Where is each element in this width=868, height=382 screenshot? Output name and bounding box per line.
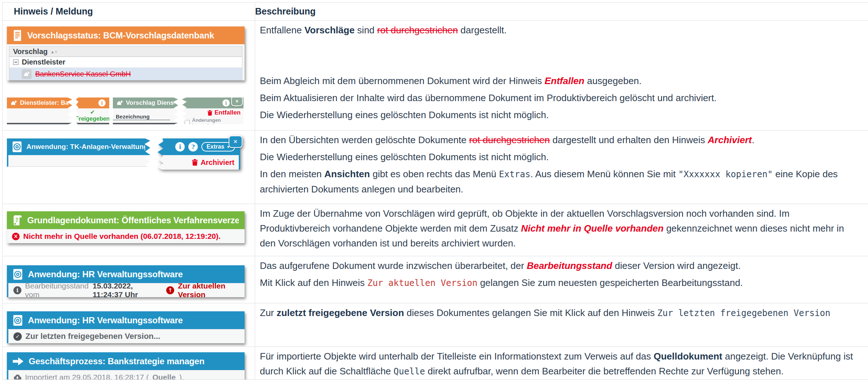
entfallen-label: Entfallen: [214, 109, 241, 116]
row4-description-cell: Das aufgerufene Dokument wurde inzwische…: [255, 256, 868, 303]
text-run: Beim Aktualisieren der Inhalte wird das …: [260, 92, 717, 103]
application-icon: [13, 315, 23, 326]
text-run-bold: Vorschläge: [304, 25, 355, 36]
text-run: In den meisten: [260, 169, 324, 179]
torn-screenshot-cards: Dienstleister: BankenServi i ✔ Freigegeb…: [7, 97, 246, 124]
deleted-item-label: BankenService Kassel GmbH: [35, 70, 131, 78]
application-icon: [13, 269, 23, 280]
row6-description-cell: Für importierte Objekte wird unterhalb d…: [255, 347, 868, 380]
bearbeitungsstand-row: i Bearbeitungsstand vom 15.03.2022, 11:2…: [7, 283, 245, 297]
freigegeben-label: Freigegeben: [75, 116, 110, 122]
card-vorschlag-titlebar: Vorschlag Dienstleister: BankenS: [113, 97, 178, 108]
info-icon[interactable]: i: [175, 142, 185, 151]
row5-description-cell: Zur zuletzt freigegebene Version dieses …: [255, 303, 868, 347]
tk-anlagen-body: [7, 155, 150, 167]
panel-title: Vorschlagsstatus: BCM-Vorschlagsdatenban…: [27, 30, 214, 41]
info-icon[interactable]: i: [98, 99, 106, 107]
archiviert-row: Archiviert: [157, 155, 240, 170]
panel-title: Anwendung: HR Verwaltungssoftware: [28, 315, 183, 325]
importiert-suffix: ).: [179, 373, 184, 380]
archiviert-label: Archiviert: [201, 158, 234, 167]
card-body: [7, 108, 72, 124]
tree-item-row[interactable]: BankenService Kassel GmbH: [9, 68, 242, 80]
tree-column-header[interactable]: Vorschlag ▲▼: [9, 47, 242, 57]
row2-description-cell: In den Übersichten werden gelöschte Doku…: [255, 130, 868, 204]
check-icon: ✔: [90, 109, 95, 116]
letzte-version-row: ✓ Zur letzten freigegebenen Version...: [7, 329, 245, 343]
tk-anlagen-titlebar: Anwendung: TK-Anlagen-Verwaltungssoftwar…: [7, 138, 150, 155]
quelle-link[interactable]: Quelle: [152, 373, 176, 380]
text-run: .: [752, 134, 754, 145]
zur-letzten-version-link[interactable]: Zur letzten freigegebenen Version...: [25, 332, 160, 341]
text-run-mono: Extras: [499, 169, 531, 179]
text-run: Mit Klick auf den Hinweis: [260, 277, 367, 288]
checkbox-icon[interactable]: [185, 120, 190, 126]
close-icon[interactable]: ×: [229, 136, 242, 148]
row3-hint-cell: Grundlagendokument: Öffentliches Verfahr…: [3, 204, 255, 256]
description-paragraph: Beim Abgleich mit dem übernommenen Dokum…: [260, 74, 857, 88]
grundlagendokument-titlebar: Grundlagendokument: Öffentliches Verfahr…: [7, 211, 245, 229]
text-run: Beim Abgleich mit dem übernommenen Dokum…: [260, 75, 545, 86]
vorschlag-tree: Vorschlag ▲▼ Dienstleister BankenService…: [9, 46, 242, 80]
table-header-right: Beschreibung: [255, 3, 868, 21]
hr-software-titlebar: Anwendung: HR Verwaltungssoftware: [7, 311, 245, 329]
text-run-bold: zuletzt freigegebene Version: [277, 307, 404, 318]
row4-hint-cell: Anwendung: HR Verwaltungssoftware i Bear…: [3, 256, 255, 303]
text-run-italic-red: Bearbeitungsstand: [527, 260, 613, 271]
card-entfallen: i ? × Entfallen Änderungen hervorheben: [182, 97, 243, 124]
trash-icon: [192, 159, 198, 166]
checkbox-label: Änderungen hervorheben: [192, 117, 241, 128]
sort-icons[interactable]: ▲▼: [50, 50, 58, 54]
nicht-mehr-in-quelle-label: Nicht mehr in Quelle vorhanden (06.07.20…: [23, 232, 221, 241]
description-paragraph: In den meisten Ansichten gibt es oben re…: [260, 167, 857, 197]
text-run-mono-red: Zur aktuellen Version: [367, 278, 477, 288]
bezeichnung-field-label: Bezeichnung: [113, 108, 170, 120]
help-icon[interactable]: ?: [188, 142, 198, 151]
text-run: Entfallene: [260, 25, 304, 36]
text-run: gelangen Sie zum neuesten gespeicherten …: [478, 277, 743, 288]
grundlagendokument-panel: Grundlagendokument: Öffentliches Verfahr…: [7, 211, 245, 243]
tree-group-dienstleister[interactable]: Dienstleister: [9, 57, 242, 68]
description-paragraph: Mit Klick auf den Hinweis Zur aktuellen …: [260, 275, 857, 291]
card-freigegeben-titlebar: i: [76, 97, 109, 108]
hr-software-titlebar: Anwendung: HR Verwaltungssoftware: [7, 265, 245, 283]
text-run-mono: Zur letzten freigegebenen Version: [657, 308, 830, 318]
card-dienstleister: Dienstleister: BankenServi: [7, 97, 72, 124]
error-x-icon: ×: [12, 233, 20, 240]
card-freigegeben: i ✔ Freigegeben: [76, 97, 109, 124]
description-paragraph: Für importierte Objekte wird unterhalb d…: [260, 349, 857, 379]
entfallen-flag: Entfallen: [208, 109, 241, 116]
info-icon[interactable]: i: [222, 99, 230, 107]
panel-title: Grundlagendokument: Öffentliches Verfahr…: [27, 215, 239, 225]
hints-table: Hinweis / Meldung Beschreibung Vorschlag…: [2, 2, 868, 380]
collapse-minus-icon[interactable]: [13, 59, 19, 65]
sort-asc-icon[interactable]: ▲: [50, 50, 54, 54]
vorschlagsstatus-titlebar: Vorschlagsstatus: BCM-Vorschlagsdatenban…: [7, 26, 245, 44]
row5-hint-cell: Anwendung: HR Verwaltungssoftware ✓ Zur …: [3, 303, 255, 347]
tree-column-label: Vorschlag: [13, 47, 48, 56]
close-icon[interactable]: ×: [231, 96, 243, 106]
up-arrow-icon: ↑: [166, 286, 174, 294]
description-paragraph: Die Wiederherstellung eines gelöschten D…: [260, 108, 857, 123]
trash-icon: [208, 110, 212, 116]
application-icon: [12, 141, 22, 153]
card-entfallen-body: Entfallen Änderungen hervorheben: [182, 108, 243, 130]
importiert-row: Importiert am 29.05.2018, 16:28:17 (Quel…: [7, 370, 245, 380]
text-run: direkt aufrufbar, wenn dem Bearbeiter di…: [425, 366, 783, 377]
geschaeftsprozess-panel: Geschäftsprozess: Bankstrategie managen …: [7, 352, 245, 380]
description-paragraph: Die Wiederherstellung eines gelöschten D…: [260, 150, 857, 165]
text-run-italic-red: Nicht mehr in Quelle vorhanden: [521, 223, 664, 234]
text-run: dargestellt.: [458, 25, 507, 36]
text-run: gibt es oben rechts das Menü: [370, 169, 499, 179]
extras-label: Extras: [206, 144, 224, 150]
text-run: In den Übersichten werden gelöschte Doku…: [260, 134, 469, 145]
text-run-mono: Quelle: [394, 366, 425, 377]
panel-title: Geschäftsprozess: Bankstrategie managen: [29, 356, 204, 366]
sort-desc-icon[interactable]: ▼: [54, 50, 58, 54]
vorschlagsstatus-panel: Vorschlagsstatus: BCM-Vorschlagsdatenban…: [7, 26, 245, 80]
zur-aktuellen-version-link[interactable]: Zur aktuellen Version: [178, 282, 239, 299]
house-pin-icon: [11, 100, 17, 106]
highlight-changes-row[interactable]: Änderungen hervorheben: [185, 117, 241, 128]
panel-title: Anwendung: HR Verwaltungssoftware: [28, 269, 183, 279]
text-run-bold: Quelldokument: [654, 351, 722, 362]
